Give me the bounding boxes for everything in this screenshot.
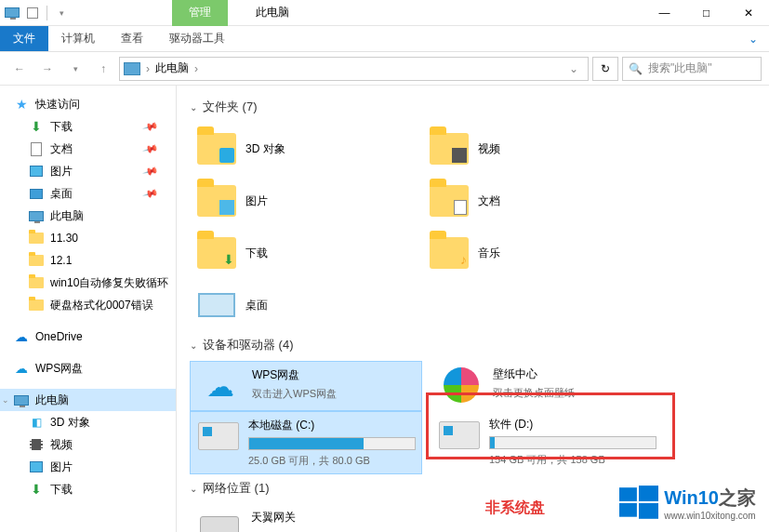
section-folders[interactable]: ⌄文件夹 (7) (190, 99, 769, 115)
search-input[interactable]: 🔍 搜索"此电脑" (622, 57, 762, 81)
cube-icon: ◧ (28, 415, 45, 430)
network-gateway[interactable]: 天翼网关 (190, 504, 422, 532)
star-icon: ★ (13, 97, 30, 112)
windows-logo-icon (619, 484, 658, 523)
sidebar: ★快速访问 ⬇下载📌 文档📌 图片📌 桌面📌 此电脑 11.30 12.1 wi… (0, 86, 177, 532)
nav-up-icon[interactable]: ↑ (91, 57, 115, 81)
pictures-icon (28, 459, 45, 474)
sidebar-desktop[interactable]: 桌面📌 (0, 182, 176, 205)
storage-bar (489, 436, 656, 449)
contextual-tab-manage[interactable]: 管理 (172, 0, 228, 26)
folder-icon (28, 298, 45, 313)
qat-dropdown-icon[interactable]: ▾ (53, 5, 70, 21)
drive-icon (198, 418, 239, 455)
breadcrumb-sep-icon: › (146, 62, 150, 75)
qat-item[interactable] (24, 5, 41, 21)
pin-icon: 📌 (142, 118, 160, 135)
sidebar-folder[interactable]: 11.30 (0, 227, 176, 249)
pc-icon (13, 392, 30, 407)
folder-icon (28, 275, 45, 290)
drive-d[interactable]: 软件 (D:) 154 GB 可用，共 158 GB (431, 411, 664, 474)
folder-pictures[interactable]: 图片 (190, 175, 422, 227)
download-icon: ⬇ (28, 119, 45, 134)
chevron-down-icon: ⌄ (190, 340, 197, 351)
section-devices[interactable]: ⌄设备和驱动器 (4) (190, 337, 769, 353)
wallpaper-icon (439, 366, 484, 404)
folder-documents[interactable]: 文档 (422, 175, 655, 227)
address-dropdown-icon[interactable]: ⌄ (563, 62, 584, 75)
pin-icon: 📌 (142, 185, 160, 202)
sidebar-3dobjects[interactable]: ◧3D 对象 (0, 411, 176, 433)
breadcrumb-location[interactable]: 此电脑 (155, 60, 189, 76)
sidebar-folder[interactable]: 12.1 (0, 249, 176, 272)
svg-rect-2 (619, 503, 637, 517)
router-icon (197, 510, 242, 532)
wps-icon: ☁ (13, 361, 30, 376)
search-placeholder: 搜索"此电脑" (648, 60, 712, 76)
svg-rect-1 (639, 485, 658, 501)
main-panel: ⌄文件夹 (7) 3D 对象 视频 图片 文档 ⬇下载 ♪音乐 桌面 ⌄设备和驱… (177, 86, 769, 532)
sidebar-pictures[interactable]: 图片 (0, 456, 176, 478)
sidebar-downloads[interactable]: ⬇下载 (0, 478, 176, 500)
download-icon: ⬇ (28, 482, 45, 497)
pin-icon: 📌 (142, 140, 160, 157)
system-menu-icon[interactable] (4, 5, 20, 21)
folder-downloads[interactable]: ⬇下载 (190, 227, 422, 279)
sidebar-folder[interactable]: 硬盘格式化0007错误 (0, 294, 176, 316)
sidebar-wps[interactable]: ☁WPS网盘 (0, 357, 176, 379)
sidebar-onedrive[interactable]: ☁OneDrive (0, 326, 176, 348)
sidebar-documents[interactable]: 文档📌 (0, 138, 176, 160)
drive-wallpaper[interactable]: 壁纸中心双击更换桌面壁纸 (431, 361, 664, 411)
svg-rect-0 (619, 487, 637, 501)
sidebar-videos[interactable]: 视频 (0, 433, 176, 456)
svg-rect-3 (639, 503, 658, 519)
nav-forward-icon[interactable]: → (35, 57, 60, 81)
folder-music[interactable]: ♪音乐 (422, 227, 655, 279)
chevron-down-icon[interactable]: ⌄ (2, 395, 9, 405)
ribbon-computer[interactable]: 计算机 (48, 26, 108, 51)
folder-icon (28, 231, 45, 246)
minimize-button[interactable]: — (643, 0, 685, 26)
drive-icon (439, 417, 480, 454)
desktop-icon (28, 186, 45, 201)
nav-back-icon[interactable]: ← (7, 57, 32, 81)
search-icon: 🔍 (629, 62, 643, 75)
navbar: ← → ▾ ↑ › 此电脑 › ⌄ ↻ 🔍 搜索"此电脑" (0, 52, 769, 86)
nav-recent-icon[interactable]: ▾ (63, 57, 87, 81)
address-bar[interactable]: › 此电脑 › ⌄ (119, 57, 589, 81)
ribbon-file[interactable]: 文件 (0, 26, 48, 51)
sidebar-downloads[interactable]: ⬇下载📌 (0, 115, 176, 138)
drive-c[interactable]: 本地磁盘 (C:) 25.0 GB 可用，共 80.0 GB (190, 411, 422, 474)
window-title: 此电脑 (256, 5, 289, 20)
sidebar-folder[interactable]: win10自动修复失败循环 (0, 272, 176, 294)
pc-icon (28, 208, 45, 223)
pictures-icon (28, 164, 45, 179)
chevron-down-icon: ⌄ (190, 102, 197, 113)
ribbon: 文件 计算机 查看 驱动器工具 ⌄ (0, 26, 769, 52)
ribbon-help-icon[interactable]: ⌄ (737, 26, 769, 51)
sidebar-pictures[interactable]: 图片📌 (0, 160, 176, 182)
sidebar-thispc[interactable]: ⌄此电脑 (0, 389, 176, 411)
wps-cloud-icon: ☁ (198, 367, 243, 405)
drive-wps[interactable]: ☁ WPS网盘双击进入WPS网盘 (190, 361, 422, 411)
breadcrumb-sep-icon: › (194, 62, 198, 75)
folder-desktop[interactable]: 桌面 (190, 279, 422, 331)
document-icon (28, 141, 45, 156)
titlebar: ▾ 管理 此电脑 — □ ✕ (0, 0, 769, 26)
ribbon-view[interactable]: 查看 (108, 26, 156, 51)
maximize-button[interactable]: □ (685, 0, 727, 26)
folder-icon (28, 253, 45, 268)
ribbon-drivetools[interactable]: 驱动器工具 (156, 26, 238, 51)
sidebar-thispc[interactable]: 此电脑 (0, 205, 176, 227)
refresh-button[interactable]: ↻ (592, 57, 618, 81)
video-icon (28, 437, 45, 452)
address-pc-icon (124, 62, 140, 75)
sidebar-quick-access[interactable]: ★快速访问 (0, 93, 176, 115)
watermark: Win10之家 www.win10xitong.com (619, 484, 756, 523)
folder-3dobjects[interactable]: 3D 对象 (190, 123, 422, 175)
chevron-down-icon: ⌄ (190, 484, 197, 494)
folder-videos[interactable]: 视频 (422, 123, 655, 175)
close-button[interactable]: ✕ (727, 0, 769, 26)
annotation-label: 非系统盘 (485, 499, 545, 518)
storage-bar (248, 437, 416, 450)
